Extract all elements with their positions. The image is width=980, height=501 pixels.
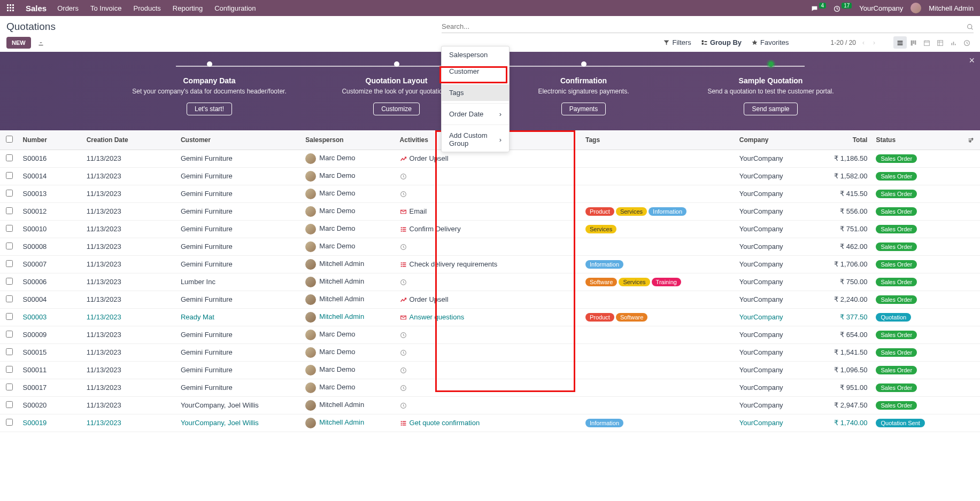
dropdown-addcustom[interactable]: Add Custom Group › — [442, 127, 509, 152]
table-row[interactable]: S00011 11/13/2023 Gemini Furniture Marc … — [0, 361, 980, 379]
row-checkbox[interactable] — [6, 225, 13, 232]
view-list-icon[interactable] — [893, 36, 907, 49]
table-row[interactable]: S00014 11/13/2023 Gemini Furniture Marc … — [0, 167, 980, 185]
table-row[interactable]: S00017 11/13/2023 Gemini Furniture Marc … — [0, 379, 980, 396]
cell-activities[interactable] — [396, 238, 553, 255]
table-row[interactable]: S00007 11/13/2023 Gemini Furniture Mitch… — [0, 255, 980, 273]
user-name[interactable]: Mitchell Admin — [929, 4, 974, 12]
clock-icon[interactable] — [400, 242, 407, 250]
row-checkbox[interactable] — [6, 419, 13, 426]
favorites-button[interactable]: Favorites — [751, 38, 789, 46]
cell-activities[interactable]: Answer questions — [396, 308, 553, 326]
row-checkbox[interactable] — [6, 383, 13, 390]
table-row[interactable]: S00012 11/13/2023 Gemini Furniture Marc … — [0, 202, 980, 220]
filters-button[interactable]: Filters — [663, 38, 691, 46]
clock-icon[interactable] — [400, 383, 407, 392]
table-row[interactable]: S00016 11/13/2023 Gemini Furniture Marc … — [0, 150, 980, 167]
dropdown-salesperson[interactable]: Salesperson — [442, 46, 509, 63]
row-checkbox[interactable] — [6, 154, 13, 161]
table-row[interactable]: S00020 11/13/2023 YourCompany, Joel Will… — [0, 396, 980, 414]
row-checkbox[interactable] — [6, 172, 13, 179]
nav-reporting[interactable]: Reporting — [173, 4, 203, 12]
cell-activities[interactable]: Confirm Delivery — [396, 220, 553, 238]
cell-activities[interactable]: Get quote confirmation — [396, 414, 553, 432]
row-checkbox[interactable] — [6, 207, 13, 214]
step-button[interactable]: Payments — [561, 103, 606, 115]
nav-orders[interactable]: Orders — [57, 4, 79, 12]
row-checkbox[interactable] — [6, 348, 13, 355]
dropdown-orderdate[interactable]: Order Date › — [442, 106, 509, 122]
new-button[interactable]: NEW — [6, 37, 31, 49]
col-company[interactable]: Company — [713, 130, 802, 150]
search-input[interactable] — [442, 20, 974, 33]
cell-activities[interactable]: Email — [396, 202, 553, 220]
cell-activities[interactable] — [396, 273, 553, 291]
select-all-checkbox[interactable] — [6, 136, 13, 143]
col-customer[interactable]: Customer — [176, 130, 301, 150]
dropdown-customer[interactable]: Customer — [442, 63, 509, 80]
close-icon[interactable]: × — [969, 55, 975, 66]
search-icon[interactable] — [967, 22, 974, 30]
nav-toinvoice[interactable]: To Invoice — [90, 4, 122, 12]
brand-label[interactable]: Sales — [26, 4, 47, 13]
row-checkbox[interactable] — [6, 295, 13, 302]
clock-icon[interactable] — [400, 331, 407, 339]
cell-activities[interactable]: Check delivery requirements — [396, 255, 553, 273]
col-settings[interactable] — [961, 130, 980, 150]
clock-icon[interactable] — [400, 190, 407, 198]
row-checkbox[interactable] — [6, 313, 13, 320]
download-button[interactable] — [35, 36, 47, 49]
pager-range[interactable]: 1-20 / 20 — [831, 39, 856, 46]
clock-icon[interactable] — [400, 172, 407, 180]
table-row[interactable]: S00004 11/13/2023 Gemini Furniture Mitch… — [0, 291, 980, 308]
nav-configuration[interactable]: Configuration — [214, 4, 256, 12]
step-button[interactable]: Let's start! — [187, 103, 232, 115]
groupby-button[interactable]: Group By — [701, 38, 742, 46]
col-number[interactable]: Number — [19, 130, 82, 150]
clock-icon[interactable] — [400, 278, 407, 286]
company-switcher[interactable]: YourCompany — [859, 4, 903, 12]
cell-activities[interactable] — [396, 185, 553, 202]
cell-activities[interactable] — [396, 361, 553, 379]
cell-activities[interactable] — [396, 343, 553, 361]
cell-activities[interactable] — [396, 167, 553, 185]
apps-icon[interactable] — [6, 4, 15, 12]
table-row[interactable]: S00013 11/13/2023 Gemini Furniture Marc … — [0, 185, 980, 202]
col-salesperson[interactable]: Salesperson — [301, 130, 395, 150]
view-calendar-icon[interactable] — [920, 36, 933, 49]
table-row[interactable]: S00009 11/13/2023 Gemini Furniture Marc … — [0, 326, 980, 343]
pager-prev-icon[interactable]: ‹ — [860, 39, 867, 46]
row-checkbox[interactable] — [6, 260, 13, 267]
table-row[interactable]: S00015 11/13/2023 Gemini Furniture Marc … — [0, 343, 980, 361]
clock-icon[interactable] — [400, 366, 407, 374]
view-kanban-icon[interactable] — [907, 36, 920, 49]
row-checkbox[interactable] — [6, 401, 13, 408]
table-row[interactable]: S00010 11/13/2023 Gemini Furniture Marc … — [0, 220, 980, 238]
view-activity-icon[interactable] — [960, 36, 974, 49]
table-row[interactable]: S00008 11/13/2023 Gemini Furniture Marc … — [0, 238, 980, 255]
cell-activities[interactable]: Order Upsell — [396, 291, 553, 308]
row-checkbox[interactable] — [6, 331, 13, 338]
chat-icon[interactable]: 4 — [811, 4, 827, 12]
table-row[interactable]: S00019 11/13/2023 YourCompany, Joel Will… — [0, 414, 980, 432]
table-row[interactable]: S00003 11/13/2023 Ready Mat Mitchell Adm… — [0, 308, 980, 326]
view-pivot-icon[interactable] — [933, 36, 947, 49]
clock-icon[interactable] — [400, 348, 407, 356]
pager-next-icon[interactable]: › — [871, 39, 877, 46]
user-avatar-icon[interactable] — [910, 3, 921, 13]
dropdown-tags[interactable]: Tags — [442, 84, 509, 101]
col-creation[interactable]: Creation Date — [82, 130, 176, 150]
cell-activities[interactable] — [396, 326, 553, 343]
step-button[interactable]: Send sample — [744, 103, 797, 115]
nav-products[interactable]: Products — [133, 4, 160, 12]
cell-activities[interactable] — [396, 396, 553, 414]
row-checkbox[interactable] — [6, 278, 13, 285]
cell-activities[interactable]: Order Upsell — [396, 150, 553, 167]
cell-activities[interactable] — [396, 379, 553, 396]
clock-icon[interactable] — [400, 401, 407, 409]
row-checkbox[interactable] — [6, 190, 13, 197]
col-tags[interactable]: Tags — [553, 130, 713, 150]
col-status[interactable]: Status — [871, 130, 961, 150]
view-graph-icon[interactable] — [947, 36, 960, 49]
table-row[interactable]: S00006 11/13/2023 Lumber Inc Mitchell Ad… — [0, 273, 980, 291]
